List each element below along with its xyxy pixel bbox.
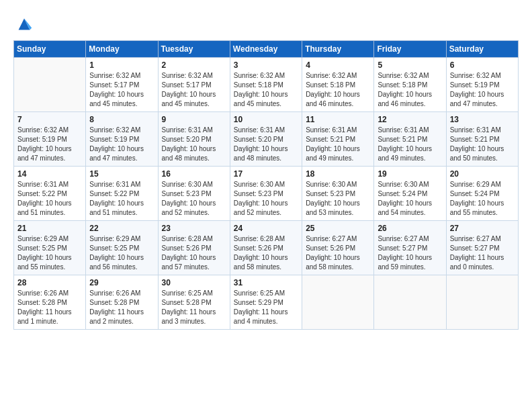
day-info: Sunrise: 6:32 AM Sunset: 5:19 PM Dayligh… [17, 126, 82, 163]
logo [13, 15, 34, 36]
calendar-cell: 14Sunrise: 6:31 AM Sunset: 5:22 PM Dayli… [14, 167, 86, 221]
day-info: Sunrise: 6:32 AM Sunset: 5:18 PM Dayligh… [306, 71, 370, 109]
calendar-cell: 27Sunrise: 6:27 AM Sunset: 5:27 PM Dayli… [446, 221, 518, 275]
day-info: Sunrise: 6:29 AM Sunset: 5:25 PM Dayligh… [89, 234, 154, 272]
calendar-cell: 8Sunrise: 6:32 AM Sunset: 5:19 PM Daylig… [86, 112, 158, 167]
day-info: Sunrise: 6:31 AM Sunset: 5:20 PM Dayligh… [162, 126, 226, 163]
day-info: Sunrise: 6:32 AM Sunset: 5:17 PM Dayligh… [162, 71, 226, 109]
day-number: 8 [89, 115, 154, 124]
calendar-cell: 1Sunrise: 6:32 AM Sunset: 5:17 PM Daylig… [86, 58, 158, 112]
calendar-cell: 11Sunrise: 6:31 AM Sunset: 5:21 PM Dayli… [302, 112, 374, 167]
day-info: Sunrise: 6:30 AM Sunset: 5:23 PM Dayligh… [162, 180, 226, 218]
logo-mark [13, 15, 34, 36]
calendar-cell [374, 275, 446, 330]
day-number: 15 [89, 169, 154, 179]
calendar-cell: 23Sunrise: 6:28 AM Sunset: 5:26 PM Dayli… [158, 221, 230, 275]
day-number: 18 [306, 169, 370, 179]
day-number: 1 [89, 60, 154, 70]
day-number: 28 [17, 278, 82, 287]
header [13, 12, 519, 36]
weekday-header-row: SundayMondayTuesdayWednesdayThursdayFrid… [14, 41, 519, 58]
day-number: 13 [450, 115, 515, 124]
day-info: Sunrise: 6:30 AM Sunset: 5:23 PM Dayligh… [306, 180, 370, 218]
calendar-cell: 15Sunrise: 6:31 AM Sunset: 5:22 PM Dayli… [86, 167, 158, 221]
day-number: 14 [17, 169, 82, 179]
weekday-header-tuesday: Tuesday [158, 41, 230, 58]
day-number: 10 [234, 115, 298, 124]
weekday-header-wednesday: Wednesday [230, 41, 302, 58]
day-info: Sunrise: 6:31 AM Sunset: 5:20 PM Dayligh… [234, 126, 298, 163]
day-number: 23 [162, 224, 226, 233]
day-info: Sunrise: 6:26 AM Sunset: 5:28 PM Dayligh… [17, 289, 82, 326]
calendar-cell: 9Sunrise: 6:31 AM Sunset: 5:20 PM Daylig… [158, 112, 230, 167]
day-number: 17 [234, 169, 298, 179]
day-number: 9 [162, 115, 226, 124]
calendar-cell: 26Sunrise: 6:27 AM Sunset: 5:27 PM Dayli… [374, 221, 446, 275]
day-info: Sunrise: 6:31 AM Sunset: 5:22 PM Dayligh… [89, 180, 154, 218]
day-number: 29 [89, 278, 154, 287]
calendar-cell: 7Sunrise: 6:32 AM Sunset: 5:19 PM Daylig… [14, 112, 86, 167]
day-info: Sunrise: 6:32 AM Sunset: 5:18 PM Dayligh… [378, 71, 442, 109]
calendar-cell: 21Sunrise: 6:29 AM Sunset: 5:25 PM Dayli… [14, 221, 86, 275]
calendar-cell: 22Sunrise: 6:29 AM Sunset: 5:25 PM Dayli… [86, 221, 158, 275]
calendar-cell [14, 58, 86, 112]
calendar-cell: 25Sunrise: 6:27 AM Sunset: 5:26 PM Dayli… [302, 221, 374, 275]
day-number: 2 [162, 60, 226, 70]
day-number: 19 [378, 169, 442, 179]
calendar-cell: 13Sunrise: 6:31 AM Sunset: 5:21 PM Dayli… [446, 112, 518, 167]
calendar-cell: 20Sunrise: 6:29 AM Sunset: 5:24 PM Dayli… [446, 167, 518, 221]
day-info: Sunrise: 6:25 AM Sunset: 5:28 PM Dayligh… [162, 289, 226, 326]
day-number: 16 [162, 169, 226, 179]
day-info: Sunrise: 6:29 AM Sunset: 5:24 PM Dayligh… [450, 180, 515, 218]
day-number: 20 [450, 169, 515, 179]
week-row-1: 1Sunrise: 6:32 AM Sunset: 5:17 PM Daylig… [14, 58, 519, 112]
day-info: Sunrise: 6:28 AM Sunset: 5:26 PM Dayligh… [234, 234, 298, 272]
day-info: Sunrise: 6:27 AM Sunset: 5:27 PM Dayligh… [450, 234, 515, 272]
day-info: Sunrise: 6:31 AM Sunset: 5:21 PM Dayligh… [378, 126, 442, 163]
day-number: 27 [450, 224, 515, 233]
calendar-cell: 28Sunrise: 6:26 AM Sunset: 5:28 PM Dayli… [14, 275, 86, 330]
calendar-cell [446, 275, 518, 330]
weekday-header-sunday: Sunday [14, 41, 86, 58]
day-number: 4 [306, 60, 370, 70]
calendar-cell: 29Sunrise: 6:26 AM Sunset: 5:28 PM Dayli… [86, 275, 158, 330]
day-number: 6 [450, 60, 515, 70]
calendar-cell: 12Sunrise: 6:31 AM Sunset: 5:21 PM Dayli… [374, 112, 446, 167]
weekday-header-thursday: Thursday [302, 41, 374, 58]
day-number: 24 [234, 224, 298, 233]
week-row-2: 7Sunrise: 6:32 AM Sunset: 5:19 PM Daylig… [14, 112, 519, 167]
week-row-3: 14Sunrise: 6:31 AM Sunset: 5:22 PM Dayli… [14, 167, 519, 221]
day-info: Sunrise: 6:32 AM Sunset: 5:19 PM Dayligh… [89, 126, 154, 163]
day-info: Sunrise: 6:26 AM Sunset: 5:28 PM Dayligh… [89, 289, 154, 326]
day-info: Sunrise: 6:32 AM Sunset: 5:18 PM Dayligh… [234, 71, 298, 109]
day-info: Sunrise: 6:25 AM Sunset: 5:29 PM Dayligh… [234, 289, 298, 326]
calendar-cell: 30Sunrise: 6:25 AM Sunset: 5:28 PM Dayli… [158, 275, 230, 330]
calendar-cell: 16Sunrise: 6:30 AM Sunset: 5:23 PM Dayli… [158, 167, 230, 221]
calendar-cell: 5Sunrise: 6:32 AM Sunset: 5:18 PM Daylig… [374, 58, 446, 112]
calendar-cell: 19Sunrise: 6:30 AM Sunset: 5:24 PM Dayli… [374, 167, 446, 221]
calendar-cell: 2Sunrise: 6:32 AM Sunset: 5:17 PM Daylig… [158, 58, 230, 112]
day-number: 5 [378, 60, 442, 70]
day-number: 30 [162, 278, 226, 287]
calendar-cell: 24Sunrise: 6:28 AM Sunset: 5:26 PM Dayli… [230, 221, 302, 275]
calendar-cell: 31Sunrise: 6:25 AM Sunset: 5:29 PM Dayli… [230, 275, 302, 330]
day-info: Sunrise: 6:31 AM Sunset: 5:22 PM Dayligh… [17, 180, 82, 218]
day-number: 26 [378, 224, 442, 233]
day-number: 11 [306, 115, 370, 124]
day-number: 7 [17, 115, 82, 124]
calendar-cell: 10Sunrise: 6:31 AM Sunset: 5:20 PM Dayli… [230, 112, 302, 167]
calendar-cell [302, 275, 374, 330]
day-number: 21 [17, 224, 82, 233]
calendar-cell: 4Sunrise: 6:32 AM Sunset: 5:18 PM Daylig… [302, 58, 374, 112]
weekday-header-friday: Friday [374, 41, 446, 58]
day-info: Sunrise: 6:30 AM Sunset: 5:23 PM Dayligh… [234, 180, 298, 218]
day-info: Sunrise: 6:27 AM Sunset: 5:26 PM Dayligh… [306, 234, 370, 272]
week-row-4: 21Sunrise: 6:29 AM Sunset: 5:25 PM Dayli… [14, 221, 519, 275]
day-info: Sunrise: 6:27 AM Sunset: 5:27 PM Dayligh… [378, 234, 442, 272]
calendar-cell: 18Sunrise: 6:30 AM Sunset: 5:23 PM Dayli… [302, 167, 374, 221]
day-info: Sunrise: 6:29 AM Sunset: 5:25 PM Dayligh… [17, 234, 82, 272]
weekday-header-monday: Monday [86, 41, 158, 58]
weekday-header-saturday: Saturday [446, 41, 518, 58]
day-number: 22 [89, 224, 154, 233]
calendar-cell: 3Sunrise: 6:32 AM Sunset: 5:18 PM Daylig… [230, 58, 302, 112]
